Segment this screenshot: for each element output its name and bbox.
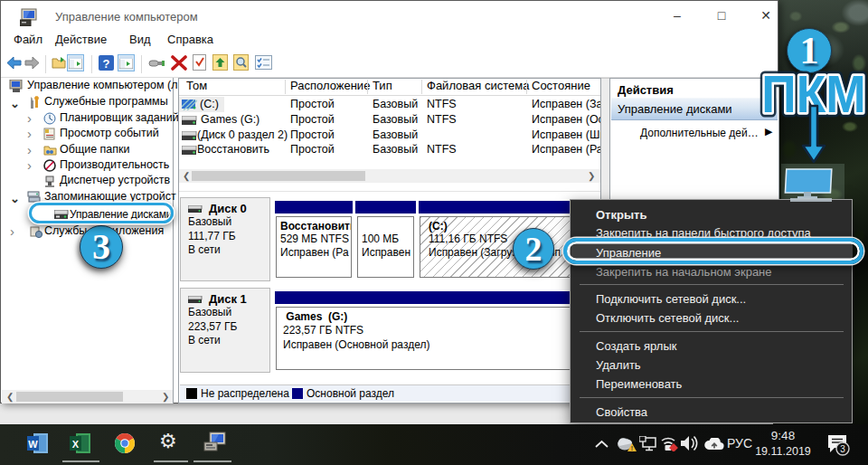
svg-text:X: X bbox=[72, 439, 80, 450]
svg-text:3: 3 bbox=[840, 444, 845, 454]
svg-text:?: ? bbox=[103, 57, 110, 71]
svg-text:!: ! bbox=[631, 445, 633, 451]
svg-text:W: W bbox=[28, 439, 38, 450]
